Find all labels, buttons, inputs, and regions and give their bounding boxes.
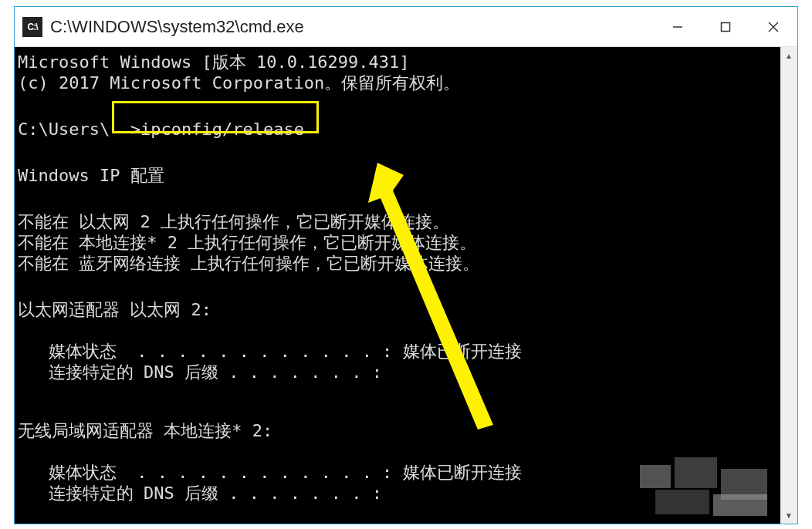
banner-line-1: Microsoft Windows [版本 10.0.16299.431] <box>18 52 410 72</box>
cmd-window: C:\ C:\WINDOWS\system32\cmd.exe Microsof… <box>14 6 798 524</box>
media-state-value-2: 媒体已断开连接 <box>403 463 522 482</box>
banner-line-2: (c) 2017 Microsoft Corporation。保留所有权利。 <box>18 73 460 93</box>
cmd-icon: C:\ <box>22 17 42 37</box>
terminal-area[interactable]: Microsoft Windows [版本 10.0.16299.431] (c… <box>15 47 797 524</box>
scroll-down-button[interactable]: ▼ <box>780 507 797 524</box>
window-controls <box>654 7 797 47</box>
terminal-output: Microsoft Windows [版本 10.0.16299.431] (c… <box>18 52 791 524</box>
media-state-label-1: 媒体状态 <box>18 342 117 361</box>
minimize-button[interactable] <box>654 7 702 47</box>
blur-overlay <box>640 457 779 519</box>
window-title: C:\WINDOWS\system32\cmd.exe <box>50 17 304 37</box>
command-text: ipconfig/release <box>140 120 304 139</box>
error-line-2: 不能在 本地连接* 2 上执行任何操作，它已断开媒体连接。 <box>18 233 476 252</box>
maximize-button[interactable] <box>702 7 749 47</box>
prompt-path: C:\Users\ <box>18 120 110 139</box>
media-state-value-1: 媒体已断开连接 <box>403 342 522 361</box>
dns-suffix-label-1: 连接特定的 DNS 后缀 <box>18 362 218 382</box>
error-line-3: 不能在 蓝牙网络连接 上执行任何操作，它已断开媒体连接。 <box>18 254 480 273</box>
scrollbar[interactable]: ▲ ▼ <box>780 47 797 524</box>
scroll-up-button[interactable]: ▲ <box>780 47 797 64</box>
adapter-2-title: 无线局域网适配器 本地连接* 2: <box>18 421 272 440</box>
error-line-1: 不能在 以太网 2 上执行任何操作，它已断开媒体连接。 <box>18 212 449 231</box>
titlebar[interactable]: C:\ C:\WINDOWS\system32\cmd.exe <box>15 7 797 47</box>
ip-config-header: Windows IP 配置 <box>18 166 164 185</box>
dns-suffix-label-2: 连接特定的 DNS 后缀 <box>18 484 218 503</box>
media-state-label-2: 媒体状态 <box>18 463 117 482</box>
adapter-1-title: 以太网适配器 以太网 2: <box>18 300 211 319</box>
close-button[interactable] <box>749 7 797 47</box>
svg-rect-1 <box>722 22 730 31</box>
